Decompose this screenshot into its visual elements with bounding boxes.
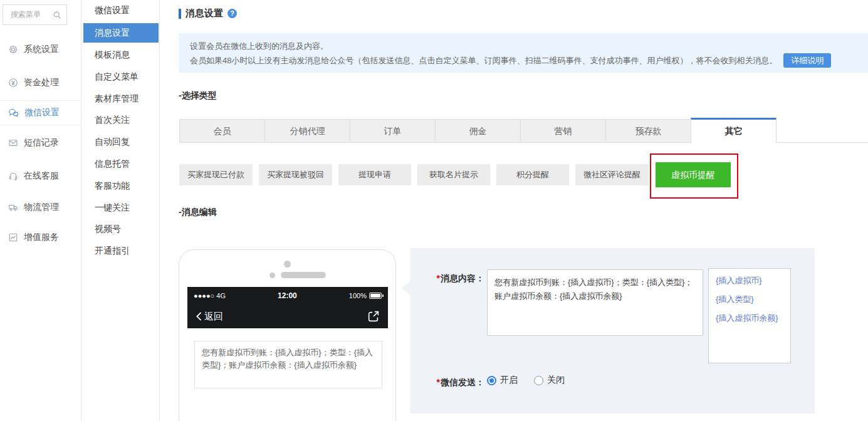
yen-circle-icon bbox=[8, 78, 18, 88]
tab-marketing[interactable]: 营销 bbox=[520, 119, 606, 143]
sidebar-item-label: 微信设置 bbox=[24, 107, 60, 118]
insert-link-balance[interactable]: {插入虚拟币余额} bbox=[716, 313, 783, 324]
submenu-item-custom-menu[interactable]: 自定义菜单 bbox=[83, 67, 159, 86]
btn-withdraw-paid[interactable]: 买家提现已付款 bbox=[179, 164, 253, 185]
insert-link-type[interactable]: {插入类型} bbox=[716, 294, 783, 305]
submenu-item-activation-guide[interactable]: 开通指引 bbox=[83, 241, 159, 261]
notice-box: 设置会员在微信上收到的消息及内容。 会员如果48小时以上没有主动发消息给公众号（… bbox=[179, 33, 868, 73]
radio-option-off[interactable]: 关闭 bbox=[534, 375, 565, 386]
btn-get-card-tip[interactable]: 获取名片提示 bbox=[417, 164, 490, 185]
page-title: 消息设置 ? bbox=[179, 8, 237, 19]
wechat-send-label: *微信发送： bbox=[422, 377, 484, 388]
headset-icon bbox=[8, 171, 18, 181]
title-accent-bar bbox=[179, 9, 181, 19]
wechat-icon bbox=[8, 108, 19, 118]
btn-withdraw-apply[interactable]: 提现申请 bbox=[338, 164, 411, 185]
insert-variable-panel: {插入虚拟币} {插入类型} {插入虚拟币余额} bbox=[708, 268, 791, 363]
wechat-send-radios: 开启 关闭 bbox=[487, 375, 565, 386]
envelope-icon bbox=[8, 138, 18, 148]
back-button[interactable]: 返回 bbox=[195, 311, 223, 323]
tab-distribution[interactable]: 分销代理 bbox=[264, 119, 350, 143]
submenu-item-template-message[interactable]: 模板消息 bbox=[83, 45, 159, 65]
sidebar-item-label: 增值服务 bbox=[24, 232, 59, 243]
signal-indicator: ●●●●○ 4G bbox=[194, 292, 226, 299]
message-preview-box: 您有新虚拟币到账：{插入虚拟币}；类型：{插入类型}；账户虚拟币余额：{插入虚拟… bbox=[194, 341, 382, 388]
radio-off-icon[interactable] bbox=[534, 376, 543, 385]
sidebar-item-online-service[interactable]: 在线客服 bbox=[8, 168, 59, 184]
highlighted-button-wrap: 虚拟币提醒 bbox=[656, 162, 731, 187]
phone-sensor-dot bbox=[269, 273, 275, 278]
menu-search-box[interactable] bbox=[3, 4, 67, 25]
gear-icon bbox=[8, 44, 18, 55]
notice-line2: 会员如果48小时以上没有主动发消息给公众号（包括发送信息、点击自定义菜单、订阅事… bbox=[190, 53, 857, 68]
phone-screen-header: ●●●●○ 4G 12:00 100% 返回 bbox=[187, 287, 388, 328]
clock: 12:00 bbox=[278, 291, 297, 300]
tab-deposit[interactable]: 预存款 bbox=[605, 119, 691, 143]
tab-other[interactable]: 其它 bbox=[691, 118, 776, 143]
submenu-item-one-key-follow[interactable]: 一键关注 bbox=[83, 198, 159, 217]
chevron-left-icon bbox=[195, 311, 202, 321]
sidebar-item-value-added[interactable]: 增值服务 bbox=[8, 229, 59, 246]
wechat-settings-submenu: 微信设置 消息设置 模板消息 自定义菜单 素材库管理 首次关注 自动回复 信息托… bbox=[82, 0, 160, 421]
sidebar-item-system-settings[interactable]: 系统设置 bbox=[8, 41, 59, 58]
detail-help-button[interactable]: 详细说明 bbox=[783, 53, 831, 68]
notice-line1: 设置会员在微信上收到的消息及内容。 bbox=[190, 39, 857, 53]
sidebar-item-logistics[interactable]: 物流管理 bbox=[8, 199, 59, 216]
sidebar-item-label: 在线客服 bbox=[24, 170, 59, 182]
sidebar-item-label: 资金处理 bbox=[24, 77, 59, 88]
btn-community-comment-reminder[interactable]: 微社区评论提醒 bbox=[575, 164, 649, 185]
sidebar-item-label: 系统设置 bbox=[24, 44, 59, 55]
submenu-item-first-follow[interactable]: 首次关注 bbox=[83, 110, 159, 130]
btn-withdraw-rejected[interactable]: 买家提现被驳回 bbox=[259, 164, 332, 185]
tab-member[interactable]: 会员 bbox=[179, 119, 265, 143]
radio-option-on[interactable]: 开启 bbox=[487, 375, 518, 386]
message-type-buttons: 买家提现已付款 买家提现被驳回 提现申请 获取名片提示 积分提醒 微社区评论提醒… bbox=[179, 162, 731, 187]
phone-speaker-bar bbox=[281, 272, 326, 278]
share-icon[interactable] bbox=[367, 309, 380, 323]
sidebar-item-sms-records[interactable]: 短信记录 bbox=[8, 135, 59, 151]
submenu-item-info-hosting[interactable]: 信息托管 bbox=[83, 154, 159, 174]
main-content: 消息设置 ? 设置会员在微信上收到的消息及内容。 会员如果48小时以上没有主动发… bbox=[160, 0, 868, 421]
sidebar-item-label: 短信记录 bbox=[24, 137, 59, 148]
submenu-item-auto-reply[interactable]: 自动回复 bbox=[83, 132, 159, 152]
submenu-item-material-library[interactable]: 素材库管理 bbox=[83, 89, 159, 108]
message-content-textarea[interactable]: 您有新虚拟币到账：{插入虚拟币}；类型：{插入类型}；账户虚拟币余额：{插入虚拟… bbox=[487, 269, 703, 336]
sidebar-item-wechat-settings[interactable]: 微信设置 bbox=[8, 105, 60, 121]
help-icon[interactable]: ? bbox=[227, 9, 237, 18]
select-type-label: -选择类型 bbox=[179, 90, 217, 101]
sidebar-item-funds-processing[interactable]: 资金处理 bbox=[8, 75, 59, 91]
battery-icon bbox=[369, 293, 382, 299]
radio-on-icon[interactable] bbox=[487, 376, 496, 385]
tab-commission[interactable]: 佣金 bbox=[435, 119, 521, 143]
chart-icon bbox=[8, 232, 18, 242]
search-icon bbox=[53, 11, 61, 19]
phone-preview: ●●●●○ 4G 12:00 100% 返回 您有新虚拟币到账：{插入虚拟币}；… bbox=[179, 249, 396, 421]
submenu-title: 微信设置 bbox=[95, 5, 130, 16]
message-edit-panel: *消息内容： 您有新虚拟币到账：{插入虚拟币}；类型：{插入类型}；账户虚拟币余… bbox=[410, 248, 815, 413]
sidebar-item-label: 物流管理 bbox=[24, 202, 59, 213]
submenu-item-video-account[interactable]: 视频号 bbox=[83, 219, 159, 239]
panel-pointer-arrow bbox=[402, 281, 410, 296]
phone-status-bar: ●●●●○ 4G 12:00 100% bbox=[187, 287, 388, 304]
phone-camera-dot bbox=[284, 261, 291, 268]
battery-percent: 100% bbox=[349, 292, 367, 299]
search-input[interactable] bbox=[11, 5, 53, 23]
submenu-item-service-function[interactable]: 客服功能 bbox=[83, 176, 159, 195]
btn-virtual-currency-reminder[interactable]: 虚拟币提醒 bbox=[656, 162, 731, 187]
type-tabs: 会员 分销代理 订单 佣金 营销 预存款 其它 bbox=[179, 118, 776, 143]
message-content-label: *消息内容： bbox=[422, 273, 484, 284]
primary-sidebar: 系统设置 资金处理 微信设置 短信记录 在线客服 物流管理 增值 bbox=[0, 0, 81, 421]
tab-order[interactable]: 订单 bbox=[350, 119, 436, 143]
truck-icon bbox=[8, 202, 18, 212]
insert-link-virtual-currency[interactable]: {插入虚拟币} bbox=[716, 275, 783, 286]
submenu-item-message-settings[interactable]: 消息设置 bbox=[83, 23, 159, 43]
battery-indicator: 100% bbox=[349, 292, 382, 299]
btn-points-reminder[interactable]: 积分提醒 bbox=[496, 164, 569, 185]
message-edit-label: -消息编辑 bbox=[179, 207, 217, 218]
phone-nav-bar: 返回 bbox=[187, 304, 388, 328]
